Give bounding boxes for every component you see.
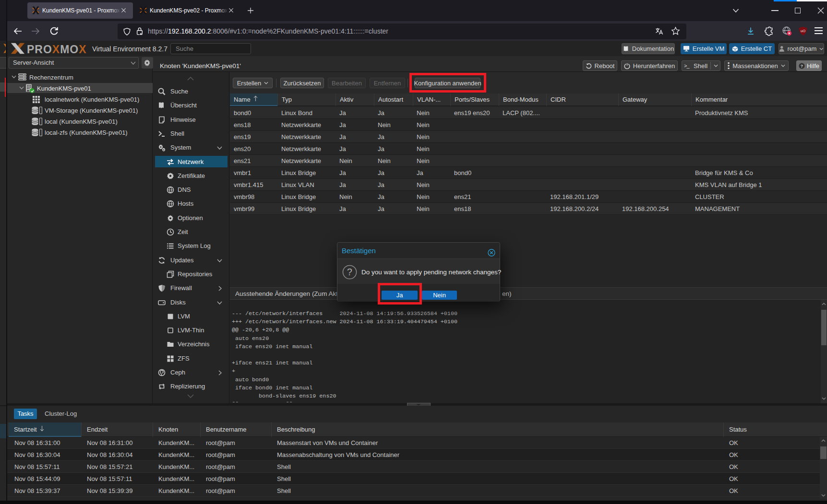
svg-text:?: ? bbox=[347, 267, 352, 277]
svg-text:?: ? bbox=[801, 63, 803, 68]
svg-text:uO: uO bbox=[801, 29, 805, 33]
